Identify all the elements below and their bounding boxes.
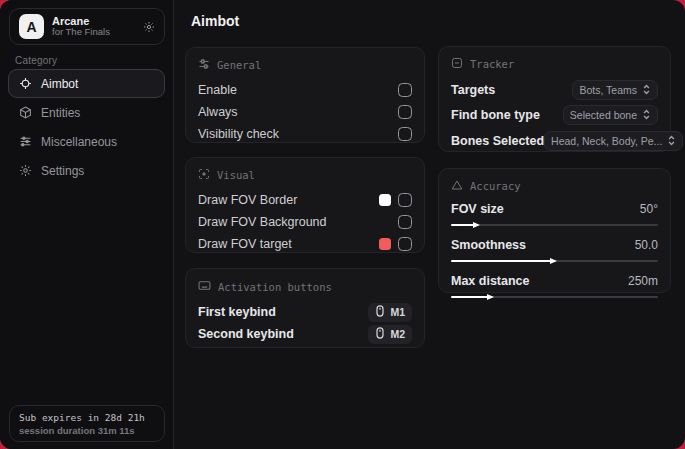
smoothness-slider[interactable]	[451, 260, 658, 262]
setting-row-enable: Enable	[198, 79, 412, 101]
subscription-card: Sub expires in 28d 21h session duration …	[9, 405, 165, 442]
card-visual: Visual Draw FOV Border Draw FOV Backgrou…	[185, 157, 425, 253]
card-general: General Enable Always Visibility check	[185, 47, 425, 143]
sidebar-item-label: Miscellaneous	[41, 135, 117, 149]
slider-thumb[interactable]	[487, 294, 494, 300]
app-window: A Arcane for The Finals Category	[0, 0, 685, 449]
keybind-value: M2	[390, 328, 405, 340]
setting-label: Bones Selected	[451, 134, 544, 148]
card-title: Accuracy	[470, 180, 521, 192]
page-title: Aimbot	[191, 13, 239, 29]
setting-row-fov-size: FOV size 50°	[451, 200, 658, 226]
mouse-icon	[375, 327, 385, 341]
setting-row-draw-fov-border: Draw FOV Border	[198, 189, 412, 211]
sidebar-item-entities[interactable]: Entities	[8, 98, 165, 127]
first-keybind-button[interactable]: M1	[368, 303, 412, 322]
session-duration-text: session duration 31m 11s	[19, 425, 155, 436]
draw-fov-target-checkbox[interactable]	[398, 237, 412, 251]
crosshair-icon	[19, 77, 32, 90]
setting-label: Draw FOV target	[198, 237, 292, 251]
slider-thumb[interactable]	[550, 258, 557, 264]
fov-size-slider[interactable]	[451, 224, 658, 226]
color-swatch-white[interactable]	[379, 194, 391, 206]
fov-size-value: 50°	[640, 202, 658, 216]
setting-row-smoothness: Smoothness 50.0	[451, 236, 658, 262]
setting-label: Find bone type	[451, 108, 540, 122]
card-title: Activation buttons	[218, 281, 332, 293]
second-keybind-button[interactable]: M2	[368, 325, 412, 344]
triangle-icon	[451, 179, 463, 193]
select-value: Selected bone	[570, 109, 637, 121]
gear-icon[interactable]	[143, 21, 155, 33]
setting-row-second-keybind: Second keybind M2	[198, 323, 412, 345]
setting-row-visibility-check: Visibility check	[198, 123, 412, 145]
cube-icon	[19, 106, 32, 119]
sidebar-item-aimbot[interactable]: Aimbot	[8, 69, 165, 98]
setting-label: Max distance	[451, 274, 530, 288]
card-title: Tracker	[470, 58, 514, 70]
chevron-up-down-icon	[642, 109, 651, 122]
setting-row-draw-fov-background: Draw FOV Background	[198, 211, 412, 233]
setting-label: Visibility check	[198, 127, 279, 141]
slider-thumb[interactable]	[473, 222, 480, 228]
chevron-up-down-icon	[667, 135, 676, 148]
setting-label: Draw FOV Background	[198, 215, 327, 229]
targets-select[interactable]: Bots, Teams	[572, 80, 658, 100]
sidebar-item-label: Settings	[41, 164, 84, 178]
setting-row-targets: Targets Bots, Teams	[451, 78, 658, 102]
setting-row-draw-fov-target: Draw FOV target	[198, 233, 412, 255]
card-activation-buttons: Activation buttons First keybind M1 Seco…	[185, 268, 425, 348]
category-label: Category	[15, 55, 57, 66]
sidebar-item-label: Aimbot	[41, 77, 78, 91]
enable-checkbox[interactable]	[398, 83, 412, 97]
brand-subtitle: for The Finals	[52, 27, 110, 38]
card-accuracy: Accuracy FOV size 50° Smoothness 50.0	[438, 168, 671, 293]
keybind-value: M1	[390, 306, 405, 318]
setting-label: First keybind	[198, 305, 276, 319]
setting-label: Smoothness	[451, 238, 526, 252]
gear-icon	[19, 164, 32, 177]
mouse-icon	[375, 305, 385, 319]
find-bone-type-select[interactable]: Selected bone	[563, 105, 658, 125]
setting-row-always: Always	[198, 101, 412, 123]
select-value: Head, Neck, Body, Pe...	[551, 135, 662, 147]
setting-label: Draw FOV Border	[198, 193, 297, 207]
tune-icon	[198, 58, 210, 72]
setting-label: Always	[198, 105, 238, 119]
sidebar-item-settings[interactable]: Settings	[8, 156, 165, 185]
setting-label: Targets	[451, 83, 495, 97]
max-distance-value: 250m	[628, 274, 658, 288]
sidebar: A Arcane for The Finals Category	[0, 0, 174, 449]
bones-selected-select[interactable]: Head, Neck, Body, Pe...	[544, 131, 683, 151]
setting-label: Second keybind	[198, 327, 294, 341]
card-title: General	[217, 59, 261, 71]
keyboard-icon	[198, 279, 211, 294]
setting-row-max-distance: Max distance 250m	[451, 272, 658, 298]
setting-label: FOV size	[451, 202, 504, 216]
color-swatch-red[interactable]	[379, 238, 391, 250]
max-distance-slider[interactable]	[451, 296, 658, 298]
main-content: Aimbot General Enable	[175, 0, 685, 449]
smoothness-value: 50.0	[635, 238, 658, 252]
sidebar-item-label: Entities	[41, 106, 80, 120]
setting-row-find-bone-type: Find bone type Selected bone	[451, 102, 658, 128]
sliders-icon	[19, 135, 32, 148]
setting-row-first-keybind: First keybind M1	[198, 301, 412, 323]
square-minus-icon	[451, 57, 463, 71]
setting-row-bones-selected: Bones Selected Head, Neck, Body, Pe...	[451, 128, 658, 154]
sidebar-nav: Aimbot Entities	[8, 69, 165, 185]
scan-eye-icon	[198, 168, 210, 182]
sidebar-item-miscellaneous[interactable]: Miscellaneous	[8, 127, 165, 156]
always-checkbox[interactable]	[398, 105, 412, 119]
select-value: Bots, Teams	[579, 84, 637, 96]
brand-card: A Arcane for The Finals	[9, 8, 165, 45]
visibility-check-checkbox[interactable]	[398, 127, 412, 141]
brand-logo: A	[19, 14, 44, 39]
card-title: Visual	[217, 169, 255, 181]
chevron-up-down-icon	[642, 84, 651, 97]
card-tracker: Tracker Targets Bots, Teams Find bone ty…	[438, 46, 671, 152]
draw-fov-background-checkbox[interactable]	[398, 215, 412, 229]
setting-label: Enable	[198, 83, 237, 97]
draw-fov-border-checkbox[interactable]	[398, 193, 412, 207]
sub-expiry-text: Sub expires in 28d 21h	[19, 412, 155, 423]
